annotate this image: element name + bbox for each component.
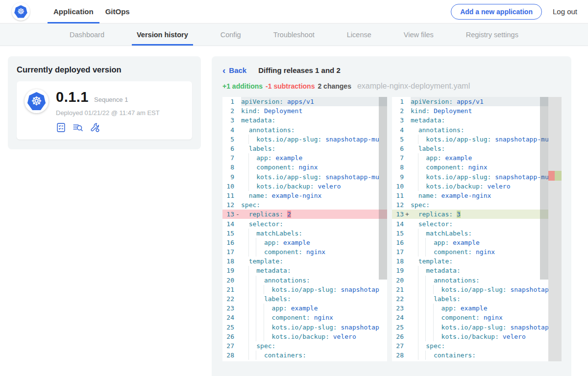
diff-line: 17component: nginx [222,247,387,257]
diff-line: 16app: example [392,238,548,247]
code-rows: 1apiVersion: apps/v12kind: Deployment3me… [222,97,387,360]
diff-line: 3metadata: [222,116,387,125]
tab-application[interactable]: Application [48,0,99,24]
diff-line: 16app: example [222,238,387,247]
diff-line: 14selector: [222,219,387,228]
diff-line: 1apiVersion: apps/v1 [222,97,387,106]
diff-line: 27spec: [392,341,548,351]
diff-line: 2kind: Deployment [392,106,548,116]
kubernetes-helm-icon: ☸ [14,5,27,18]
diff-line: 25kots.io/app-slug: snapshotap [392,323,548,332]
diff-line: 9kots.io/app-slug: snapshotapp-mu [222,172,387,182]
diff-line: 19metadata: [222,266,387,275]
diff-line: 6labels: [392,144,548,153]
diff-line: 6labels: [222,144,387,153]
tab-gitops[interactable]: GitOps [99,0,136,24]
diff-line: 18template: [392,257,548,266]
diff-line: 21kots.io/app-slug: snapshotap [392,285,548,294]
diff-line: 25kots.io/app-slug: snapshotap [222,323,387,332]
diff-line: 15matchLabels: [392,229,548,238]
diff-line: 20annotations: [392,276,548,285]
currently-deployed-panel: Currently deployed version ☸ 0.1.1 Seque… [8,56,201,149]
diff-line: 2kind: Deployment [222,106,387,116]
navbar-right: Add a new application Log out [451,4,580,20]
diff-line: 22labels: [392,294,548,304]
scrollbar-thumb[interactable] [379,97,387,280]
diff-line: 4annotations: [222,125,387,135]
diff-line: 7app: example [222,153,387,163]
diff-line: 11name: example-nginx [222,191,387,200]
diff-line: 28containers: [222,351,387,360]
deployed-panel-title: Currently deployed version [17,65,192,74]
back-chevron-icon: ‹ [222,67,225,74]
diff-line: 3metadata: [392,116,548,125]
diff-line: 21kots.io/app-slug: snapshotap [222,285,387,294]
diff-line: 28containers: [392,351,548,360]
changes-count: 2 changes [318,82,351,90]
top-navbar: ☸ Application GitOps Add a new applicati… [0,0,588,24]
diff-line: 1apiVersion: apps/v1 [392,97,548,106]
app-kubernetes-logo: ☸ [24,89,49,113]
diff-line: 7app: example [392,153,548,163]
diff-line: 5kots.io/app-slug: snapshotapp-mu [222,135,387,144]
version-number: 0.1.1 [56,89,89,105]
diff-line: 12spec: [222,200,387,210]
add-application-button[interactable]: Add a new application [451,4,542,20]
subnav-tab-version-history[interactable]: Version history [135,24,190,46]
diff-title: Diffing releases 1 and 2 [258,66,341,74]
subnav-tab-dashboard[interactable]: Dashboard [68,24,106,46]
diff-line: 14selector: [392,219,548,228]
back-button[interactable]: ‹ Back [222,66,246,74]
diff-line: 4annotations: [392,125,548,135]
subnav-tab-registry-settings[interactable]: Registry settings [464,24,520,46]
preflight-checklist-icon[interactable] [56,122,66,133]
diff-line: 24component: nginx [222,313,387,322]
diff-line: 19metadata: [392,266,548,275]
deployed-version-card: ☸ 0.1.1 Sequence 1 Deployed 01/21/22 @ 1… [17,81,192,140]
deployed-timestamp: Deployed 01/21/22 @ 11:47 am EST [56,109,160,117]
diff-line: 10kots.io/backup: velero [392,182,548,191]
scrollbar-thumb[interactable] [540,97,548,280]
additions-count: +1 additions [222,82,263,90]
config-wrench-icon[interactable] [90,122,100,133]
diff-pane-original[interactable]: 1apiVersion: apps/v12kind: Deployment3me… [222,97,387,361]
diff-line: 22labels: [222,294,387,304]
diff-line: 26kots.io/backup: velero [392,332,548,341]
diff-line: 10kots.io/backup: velero [222,182,387,191]
subnav-tab-view-files[interactable]: View files [402,24,436,46]
kubernetes-logo: ☸ [12,2,30,21]
diff-line: 12spec: [392,200,548,210]
ruler-deletion-marker [548,171,555,181]
diff-line: 18template: [222,257,387,266]
diff-panel: ‹ Back Diffing releases 1 and 2 +1 addit… [212,56,571,376]
version-actions [56,122,160,133]
diff-overview-ruler[interactable] [548,97,562,361]
diff-line: 9kots.io/app-slug: snapshotapp-mu [392,172,548,182]
subnav-tab-license[interactable]: License [345,24,373,46]
diff-line: 13-replicas: 2 [222,210,387,219]
diff-line: 23app: example [222,304,387,313]
diff-line: 17component: nginx [392,247,548,257]
diff-pane-modified[interactable]: 1apiVersion: apps/v12kind: Deployment3me… [392,97,562,361]
deploy-logs-icon[interactable] [73,122,83,133]
top-tabs: Application GitOps [48,0,136,24]
logout-link[interactable]: Log out [553,7,580,16]
diff-line: 11name: example-nginx [392,191,548,200]
ruler-addition-marker [555,171,562,181]
subnav-tab-config[interactable]: Config [219,24,243,46]
subnav-tab-troubleshoot[interactable]: Troubleshoot [271,24,317,46]
diff-stats: +1 additions -1 subtractions 2 changes e… [222,82,562,91]
subtractions-count: -1 subtractions [266,82,315,90]
diff-line: 5kots.io/app-slug: snapshotapp-mu [392,135,548,144]
kubernetes-helm-icon: ☸ [27,92,46,110]
diff-line: 23app: example [392,304,548,313]
diff-line: 15matchLabels: [222,229,387,238]
app-subnav: Dashboard Version history Config Trouble… [0,24,588,46]
diff-line: 20annotations: [222,276,387,285]
diff-line: 8component: nginx [222,163,387,172]
diff-line: 13+replicas: 3 [392,210,548,219]
diff-line: 27spec: [222,341,387,351]
diff-line: 26kots.io/backup: velero [222,332,387,341]
diff-line: 8component: nginx [392,163,548,172]
diff-line: 24component: nginx [392,313,548,322]
